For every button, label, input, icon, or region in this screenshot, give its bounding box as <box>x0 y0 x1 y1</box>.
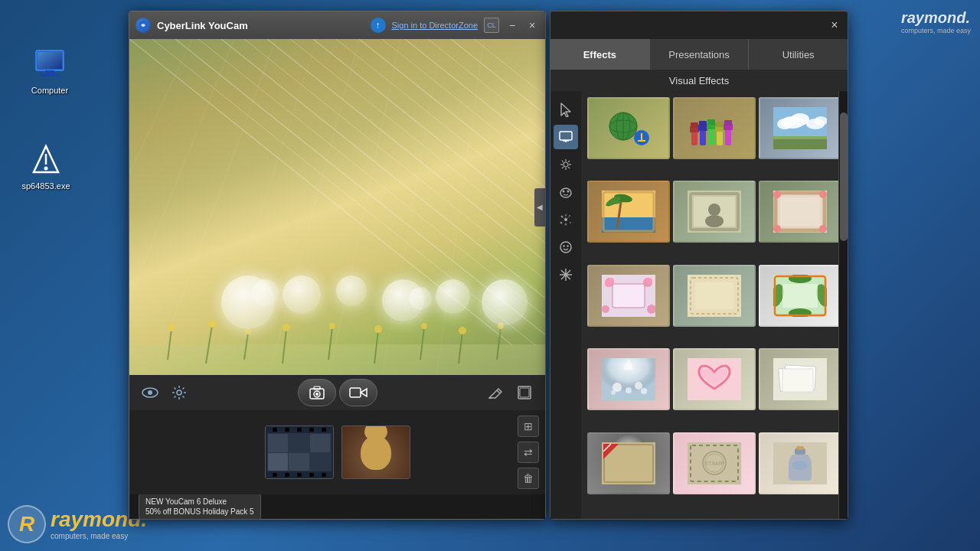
settings-button[interactable] <box>168 381 191 404</box>
panel-header: × <box>550 11 848 39</box>
effect-item[interactable] <box>587 432 670 494</box>
effect-item[interactable] <box>587 265 670 327</box>
desktop-icon-computer[interactable]: Computer <box>23 46 77 95</box>
svg-point-133 <box>705 215 724 227</box>
minimize-button[interactable]: − <box>505 18 519 32</box>
effect-item[interactable] <box>673 97 756 159</box>
film-hole <box>322 473 326 477</box>
film-hole <box>285 428 289 432</box>
collapse-button[interactable]: ◀ <box>534 188 545 227</box>
effect-item[interactable] <box>587 348 670 410</box>
sp64853-label: sp64853.exe <box>22 181 70 191</box>
promo-button[interactable]: NEW YouCam 6 Deluxe 50% off BONUS Holida… <box>139 494 261 520</box>
svg-point-46 <box>177 390 181 395</box>
tool-effects[interactable] <box>554 152 578 177</box>
svg-rect-111 <box>725 128 731 145</box>
close-button[interactable]: × <box>525 18 539 32</box>
tool-mask[interactable] <box>554 180 578 204</box>
edit-button[interactable] <box>484 381 507 404</box>
scrollbar-thumb[interactable] <box>840 112 848 241</box>
tool-snowflake[interactable] <box>554 262 578 287</box>
view-button[interactable] <box>139 381 162 404</box>
raymond-logo-top-right: raymond. computers, made easy <box>901 9 971 34</box>
effect-thumbnail <box>760 350 840 409</box>
expand-button[interactable] <box>513 381 536 404</box>
computer-icon-label: Computer <box>31 86 68 95</box>
effect-thumbnail <box>675 266 754 325</box>
app-title: CyberLink YouCam <box>157 20 364 31</box>
effect-thumbnail <box>760 99 840 158</box>
effect-item[interactable] <box>759 97 841 159</box>
scrollbar-track[interactable] <box>838 91 848 519</box>
svg-line-81 <box>562 217 564 219</box>
svg-line-82 <box>567 216 570 219</box>
effect-thumbnail <box>760 182 840 241</box>
film-content <box>267 433 332 471</box>
tab-utilities[interactable]: Utilities <box>749 39 848 70</box>
effect-thumbnail <box>589 182 668 241</box>
effect-item[interactable] <box>587 97 670 159</box>
tool-face[interactable] <box>554 235 578 259</box>
bear-head <box>364 425 387 442</box>
desktop-icon-sp64853[interactable]: sp64853.exe <box>19 142 73 191</box>
tab-presentations[interactable]: Presentations <box>650 39 750 70</box>
effect-item[interactable] <box>673 265 756 327</box>
effect-thumbnail <box>675 182 754 241</box>
effect-item[interactable] <box>673 181 756 243</box>
thumbnail-film[interactable] <box>265 425 334 479</box>
effect-item[interactable]: STAMP <box>673 432 756 494</box>
film-hole <box>297 473 302 477</box>
film-hole <box>285 473 289 477</box>
sign-in-link[interactable]: Sign in to DirectorZone <box>392 21 479 30</box>
svg-rect-105 <box>708 127 714 145</box>
svg-point-148 <box>602 305 609 313</box>
bear-image <box>342 426 410 478</box>
svg-rect-56 <box>520 388 529 397</box>
effect-item[interactable] <box>673 348 756 410</box>
svg-point-50 <box>315 393 318 396</box>
svg-rect-149 <box>612 284 645 308</box>
panel-close-button[interactable]: × <box>828 18 841 32</box>
svg-rect-158 <box>782 284 818 308</box>
svg-point-77 <box>570 222 571 223</box>
import-button[interactable]: ⊞ <box>518 416 539 437</box>
promo-bar: NEW YouCam 6 Deluxe 50% off BONUS Holida… <box>129 494 545 519</box>
tool-screen[interactable] <box>554 125 578 149</box>
svg-point-42 <box>459 327 466 334</box>
film-hole <box>322 428 326 432</box>
update-icon[interactable]: ↑ <box>371 18 386 33</box>
sp64853-icon <box>28 142 64 178</box>
svg-rect-3 <box>45 70 54 74</box>
title-bar: CyberLink YouCam ↑ Sign in to DirectorZo… <box>129 11 545 39</box>
effect-item[interactable] <box>759 181 841 243</box>
effect-item[interactable] <box>759 348 841 410</box>
svg-rect-107 <box>707 119 715 125</box>
svg-point-83 <box>560 242 571 253</box>
tab-effects[interactable]: Effects <box>550 39 650 70</box>
orb-2 <box>283 276 321 314</box>
thumbnail-bear[interactable] <box>341 425 410 479</box>
effect-thumbnail <box>589 434 668 493</box>
film-hole <box>273 428 277 432</box>
cyberlink-badge: CL <box>484 18 499 33</box>
tool-particle[interactable] <box>554 207 578 232</box>
panel-content: STAMP <box>550 91 848 519</box>
effect-thumbnail <box>675 350 754 409</box>
photo-capture-button[interactable] <box>298 379 336 406</box>
svg-line-67 <box>568 167 570 168</box>
delete-button[interactable]: 🗑 <box>518 468 539 489</box>
svg-line-69 <box>562 167 564 168</box>
tool-cursor[interactable] <box>554 97 578 122</box>
effect-item[interactable] <box>759 432 841 494</box>
svg-point-73 <box>564 218 567 221</box>
share-button[interactable]: ⇄ <box>518 442 539 463</box>
video-capture-button[interactable] <box>339 379 377 406</box>
raymond-subtext: computers, made easy <box>51 532 147 540</box>
orb-7 <box>252 279 279 306</box>
svg-point-138 <box>773 225 781 233</box>
film-hole <box>273 473 277 477</box>
svg-point-84 <box>563 245 564 246</box>
svg-point-163 <box>626 387 632 393</box>
effect-item[interactable] <box>759 265 841 327</box>
effect-item[interactable] <box>587 181 670 243</box>
